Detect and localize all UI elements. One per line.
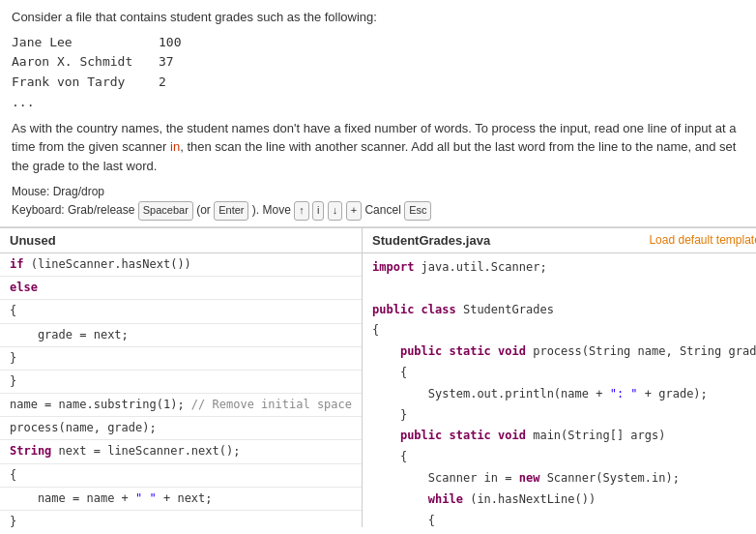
code-area[interactable]: import java.util.Scanner; public class S… [363,253,756,527]
intro-description: Consider a file that contains student gr… [12,8,744,27]
unused-item-8[interactable]: String next = lineScanner.next(); [0,440,362,463]
code-line-13: { [363,511,756,527]
code-line-1: import java.util.Scanner; [363,257,756,279]
code-panel-header: StudentGrades.java Load default template… [363,228,756,253]
student-row-2: Aaron X. Schmidt 37 [12,52,744,73]
keyboard-label: Keyboard: Grab/release [12,203,134,217]
unused-item-9[interactable]: { [0,464,362,488]
key-i: i [312,201,324,221]
code-line-5: public static void process(String name, … [363,341,756,363]
unused-code-block: if (lineScanner.hasNext()) else { grade … [0,253,362,527]
mouse-label: Mouse: Drag/drop [12,183,744,201]
code-line-10: { [363,447,756,468]
code-line-12: while (in.hasNextLine()) [363,490,756,511]
code-line-2 [363,279,756,300]
code-line-6: { [363,363,756,384]
keyboard-info-row: Keyboard: Grab/release Spacebar (or Ente… [12,201,744,221]
key-or: (or [196,203,214,217]
key-spacebar: Spacebar [138,201,193,221]
student-grade-1: 100 [159,33,181,53]
student-name-1: Jane Lee [12,33,147,53]
unused-item-10[interactable]: name = name + " " + next; [0,488,362,511]
key-down: ↓ [328,201,343,221]
key-esc: Esc [404,201,431,221]
code-panel: StudentGrades.java Load default template… [363,228,756,527]
code-line-11: Scanner in = new Scanner(System.in); [363,468,756,490]
student-table: Jane Lee 100 Aaron X. Schmidt 37 Frank v… [12,33,744,113]
key-enter: Enter [214,201,248,221]
unused-item-7[interactable]: process(name, grade); [0,417,362,440]
body-text: As with the country names, the student n… [12,119,744,176]
load-default-link[interactable]: Load default template... [649,233,756,247]
unused-panel-content[interactable]: if (lineScanner.hasNext()) else { grade … [0,253,362,527]
code-line-4: { [363,320,756,341]
key-up: ↑ [294,201,309,221]
unused-item-1[interactable]: else [0,277,362,300]
unused-panel-header: Unused [0,228,362,253]
unused-item-4[interactable]: } [0,347,362,371]
code-line-9: public static void main(String[] args) [363,426,756,447]
unused-item-6[interactable]: name = name.substring(1); // Remove init… [0,394,362,417]
unused-item-3[interactable]: grade = next; [0,324,362,347]
panels-container: Unused if (lineScanner.hasNext()) else {… [0,227,756,527]
student-grade-3: 2 [159,73,166,93]
ellipsis-row: ... [12,93,744,113]
key-close-paren: ). Move [252,203,294,217]
code-panel-title: StudentGrades.java [372,233,490,248]
unused-item-2[interactable]: { [0,300,362,323]
student-row-3: Frank von Tardy 2 [12,73,744,93]
unused-item-0[interactable]: if (lineScanner.hasNext()) [0,253,362,277]
code-line-3: public class StudentGrades [363,300,756,321]
key-plus: + [346,201,362,221]
ellipsis: ... [12,93,34,113]
student-name-2: Aaron X. Schmidt [12,52,147,73]
drag-drop-info: Mouse: Drag/drop Keyboard: Grab/release … [12,183,744,221]
unused-panel: Unused if (lineScanner.hasNext()) else {… [0,228,363,527]
unused-item-5[interactable]: } [0,371,362,394]
code-line-8: } [363,405,756,427]
student-name-3: Frank von Tardy [12,73,147,93]
unused-item-11[interactable]: } [0,511,362,527]
student-grade-2: 37 [159,52,174,73]
body-highlight: in [170,139,180,154]
student-row-1: Jane Lee 100 [12,33,744,53]
code-line-7: System.out.println(name + ": " + grade); [363,384,756,405]
unused-panel-title: Unused [10,233,56,248]
intro-section: Consider a file that contains student gr… [0,0,756,227]
key-cancel-label: Cancel [364,203,404,217]
